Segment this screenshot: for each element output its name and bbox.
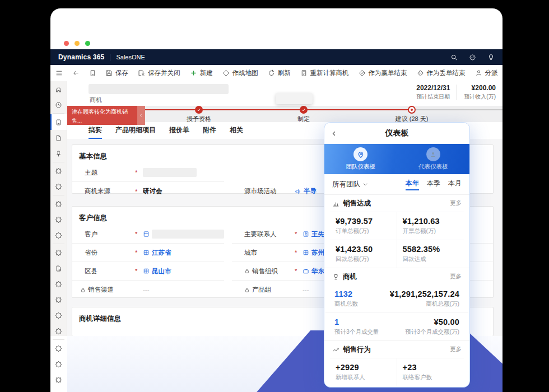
close-as-lost-button[interactable]: 作为丢单结束 — [417, 69, 466, 77]
sidebar-item-entity[interactable] — [50, 163, 67, 179]
save-and-close-button[interactable]: 保存并关闭 — [138, 69, 180, 77]
tab-related[interactable]: 相关 — [230, 125, 243, 139]
sidebar-item-home[interactable] — [50, 81, 67, 97]
more-link[interactable]: 更多 — [450, 346, 462, 353]
header-stat-est-revenue: ¥200.00 预计收入(万) — [464, 84, 496, 101]
command-bar: 保存 保存并关闭 新建 作战地图 刷新 重新计算商机 作为赢单结束 — [50, 65, 503, 82]
record-entity-label: 商机 — [90, 96, 102, 104]
app-navbar: Dynamics 365 SalesONE — [50, 49, 503, 65]
lightbulb-icon[interactable] — [487, 54, 495, 61]
brand-logo[interactable]: Dynamics 365 — [58, 53, 104, 61]
team-pin-icon — [357, 151, 365, 158]
guidance-icon[interactable] — [469, 54, 476, 61]
close-won-icon — [359, 69, 366, 77]
back-button[interactable] — [331, 129, 340, 138]
new-button[interactable]: 新建 — [190, 69, 213, 77]
metric-payment-total: ¥1,423.50 回款总额(万) — [330, 240, 397, 268]
refresh-button[interactable]: 刷新 — [268, 69, 291, 77]
home-icon — [55, 86, 62, 93]
field-label: 主题 — [85, 169, 135, 177]
record-page-icon — [55, 119, 62, 126]
assign-button[interactable]: 分派 — [475, 69, 498, 77]
campaign-value[interactable]: 半导 — [295, 187, 317, 195]
traffic-light-close[interactable] — [64, 41, 69, 46]
period-tab-month[interactable]: 本月 — [448, 179, 462, 190]
subject-input-redacted[interactable] — [143, 168, 197, 177]
back-arrow-icon[interactable] — [72, 69, 80, 77]
sidebar-item-entity[interactable] — [50, 340, 67, 356]
trophy-icon — [332, 273, 339, 281]
more-link[interactable]: 更多 — [450, 273, 462, 281]
browser-window: Dynamics 365 SalesONE 保存 保存并关闭 新建 — [50, 8, 503, 392]
forecast-count[interactable]: 1 — [334, 318, 379, 326]
org-value[interactable]: 华东 — [303, 267, 324, 276]
entity-placeholder-icon — [55, 296, 62, 304]
hamburger-menu-icon[interactable] — [55, 69, 63, 77]
team-filter-dropdown[interactable]: 所有团队 — [332, 180, 360, 189]
section-opportunities: 商机 更多 — [324, 268, 469, 285]
bpf-progress-line — [145, 109, 412, 110]
more-link[interactable]: 更多 — [450, 199, 462, 207]
close-lost-icon — [417, 69, 424, 77]
close-as-won-button[interactable]: 作为赢单结束 — [359, 69, 407, 77]
sidebar-item-entity[interactable] — [50, 307, 67, 323]
channel-value[interactable]: --- — [143, 287, 150, 293]
traffic-light-zoom[interactable] — [85, 41, 90, 46]
entity-placeholder-icon — [55, 200, 62, 208]
battle-map-button[interactable]: 作战地图 — [222, 69, 258, 77]
sidebar-item-entity[interactable] — [50, 227, 67, 243]
sidebar-item-entity[interactable] — [50, 179, 67, 194]
product-group-value[interactable]: --- — [303, 287, 309, 293]
tab-attachments[interactable]: 附件 — [203, 125, 216, 139]
sidebar-item-documents[interactable] — [50, 130, 67, 146]
source-value[interactable]: 研讨会 — [143, 187, 162, 195]
province-value[interactable]: 江苏省 — [143, 249, 171, 257]
process-banner-title: 潜在顾客转化为商机销售... — [72, 108, 133, 125]
sidebar-item-reports[interactable] — [50, 260, 67, 276]
field-label: 客户 — [85, 230, 135, 239]
tab-quotes[interactable]: 报价单 — [169, 125, 189, 139]
lock-icon — [244, 287, 250, 293]
stage-develop-check[interactable] — [300, 106, 308, 114]
save-button[interactable]: 保存 — [105, 69, 128, 77]
stage-propose-marker[interactable] — [408, 106, 416, 114]
period-tab-quarter[interactable]: 本季 — [427, 179, 440, 190]
sidebar-item-entity[interactable] — [50, 212, 67, 227]
sidebar-item-entity[interactable] — [50, 245, 67, 260]
sidebar-divider — [53, 339, 64, 340]
sidebar-item-entity[interactable] — [50, 356, 67, 372]
app-name[interactable]: SalesONE — [116, 54, 145, 60]
stage-qualify-check[interactable] — [195, 106, 203, 114]
tab-team-dashboard[interactable]: 团队仪表板 — [324, 144, 397, 174]
account-value[interactable] — [143, 230, 224, 239]
sidebar-item-entity[interactable] — [50, 276, 67, 292]
process-banner[interactable]: 潜在顾客转化为商机销售... 已开启 42 天 — [67, 106, 137, 125]
metric-contacted-accounts: +23 联络客户数 — [397, 358, 464, 386]
sidebar-item-current-record[interactable] — [50, 114, 67, 130]
screenshot-canvas: Dynamics 365 SalesONE 保存 保存并关闭 新建 — [0, 0, 549, 392]
chevron-down-icon[interactable] — [362, 181, 368, 187]
search-icon[interactable] — [450, 54, 458, 61]
tab-rep-dashboard[interactable]: 代表仪表板 — [397, 144, 470, 174]
entity-placeholder-icon — [55, 376, 62, 384]
county-value[interactable]: 昆山市 — [143, 267, 171, 276]
sidebar-item-entity[interactable] — [50, 292, 67, 307]
sidebar-item-entity[interactable] — [50, 323, 67, 339]
opportunity-count[interactable]: 1132 — [334, 290, 358, 298]
traffic-light-minimize[interactable] — [75, 41, 80, 46]
sidebar-item-entity[interactable] — [50, 196, 67, 212]
required-asterisk: * — [135, 188, 143, 195]
navbar-divider — [110, 54, 110, 61]
period-tab-year[interactable]: 本年 — [406, 179, 419, 190]
entity-placeholder-icon — [55, 281, 62, 288]
sidebar-item-pinned[interactable] — [50, 146, 67, 161]
sidebar-item-recent[interactable] — [50, 97, 67, 113]
dashboard-panel: 仪表板 团队仪表板 代表仪表板 所有团队 本年 本季 本月 — [324, 122, 470, 388]
dashboard-tab-band: 团队仪表板 代表仪表板 — [324, 144, 469, 174]
entity-placeholder-icon — [55, 216, 62, 223]
recalculate-opportunity-button[interactable]: 重新计算商机 — [300, 69, 349, 77]
region-icon — [143, 268, 150, 274]
record-entity-icon[interactable] — [89, 69, 96, 77]
process-banner-collapse[interactable] — [137, 106, 145, 125]
sidebar-item-entity[interactable] — [50, 372, 67, 388]
